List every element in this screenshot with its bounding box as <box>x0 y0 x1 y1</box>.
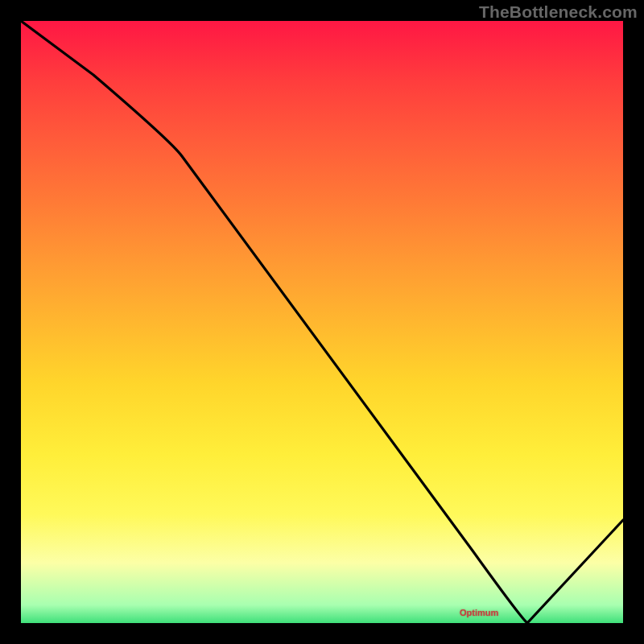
optimum-label: Optimum <box>460 608 498 617</box>
curve-path <box>21 21 623 623</box>
watermark-text: TheBottleneck.com <box>479 2 638 22</box>
chart-stage: TheBottleneck.com Optimum <box>0 0 644 644</box>
plot-area: Optimum <box>21 21 623 623</box>
bottleneck-curve <box>21 21 623 623</box>
